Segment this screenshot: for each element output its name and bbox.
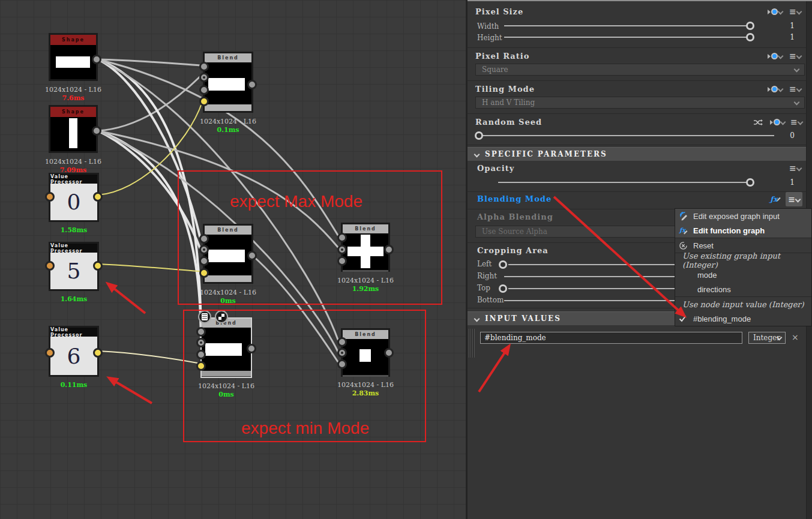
- crop-top-label: Top: [477, 284, 490, 292]
- menu-item-reset[interactable]: Reset: [675, 238, 811, 253]
- alpha-blending-title: Alpha Blending: [477, 212, 553, 221]
- expose-parameter-icon[interactable]: [768, 8, 783, 15]
- input-value-field[interactable]: [480, 332, 742, 344]
- node-graph-canvas[interactable]: Shape 1024x1024 - L16 7.6ms Shape 1024x1…: [0, 0, 466, 519]
- horizontal-bar-shape: [56, 56, 90, 68]
- menu-item-mode[interactable]: mode: [675, 268, 811, 282]
- blending-mode-title: Blending Mode: [477, 194, 552, 203]
- output-port[interactable]: [92, 55, 101, 64]
- menu-item-directions[interactable]: directions: [675, 282, 811, 296]
- expose-parameter-icon[interactable]: [768, 53, 783, 59]
- node-time: 0.11ms: [61, 381, 88, 389]
- node-time: 0.1ms: [217, 126, 239, 134]
- input-port[interactable]: [45, 348, 55, 358]
- node-footer: [205, 104, 251, 111]
- value-processor-node[interactable]: Value Processor 5 1.64ms: [49, 242, 99, 291]
- output-port[interactable]: [92, 126, 101, 136]
- input-port[interactable]: [45, 261, 55, 271]
- specific-parameters-header[interactable]: SPECIFIC PARAMETERS ≡: [468, 147, 806, 161]
- tiling-mode-title: Tiling Mode: [475, 85, 535, 94]
- random-seed-title: Random Seed: [475, 118, 542, 127]
- opacity-value: 1: [777, 178, 795, 187]
- node-preview: [50, 45, 96, 79]
- parameter-menu-icon[interactable]: ≡: [790, 119, 802, 125]
- input-port[interactable]: [199, 97, 209, 106]
- crop-top-handle[interactable]: [499, 284, 507, 293]
- input-port[interactable]: [199, 85, 209, 95]
- node-value: 5: [50, 253, 97, 289]
- parameter-menu-icon[interactable]: ≡: [789, 8, 801, 14]
- node-time: 1.58ms: [61, 226, 88, 234]
- menu-item-edit-function-graph[interactable]: ƒx Edit function graph: [675, 223, 811, 238]
- pixel-ratio-dropdown[interactable]: Square: [475, 64, 805, 76]
- remove-input-button[interactable]: ×: [792, 332, 799, 342]
- node-preview: [205, 62, 251, 104]
- input-port[interactable]: [199, 62, 209, 71]
- height-slider[interactable]: [504, 37, 750, 38]
- checkmark-icon: [675, 315, 693, 322]
- menu-header-existing-graph-input: Use existing graph input (Integer): [675, 253, 811, 268]
- crop-left-label: Left: [477, 260, 492, 268]
- cropping-area-title: Cropping Area: [477, 246, 549, 255]
- output-port[interactable]: [247, 80, 257, 89]
- input-port[interactable]: [199, 73, 209, 82]
- width-slider[interactable]: [504, 25, 750, 26]
- menu-item-blending-mode[interactable]: #blending_mode: [675, 311, 811, 326]
- node-time: 7.6ms: [62, 94, 85, 102]
- horizontal-bar-shape: [208, 78, 245, 91]
- input-type-select[interactable]: Integer: [748, 332, 786, 344]
- shape-node-horizontal[interactable]: Shape 1024x1024 - L16 7.6ms: [49, 33, 98, 81]
- app-window: Shape 1024x1024 - L16 7.6ms Shape 1024x1…: [0, 0, 812, 519]
- expose-parameter-icon[interactable]: [768, 86, 783, 92]
- parameter-menu-icon[interactable]: ≡: [789, 165, 801, 171]
- node-title: Value Processor: [50, 244, 97, 253]
- output-port[interactable]: [93, 261, 103, 271]
- node-preview: [50, 117, 96, 151]
- random-seed-slider[interactable]: [479, 135, 774, 136]
- random-seed-handle[interactable]: [475, 131, 483, 140]
- opacity-slider[interactable]: [498, 182, 750, 183]
- value-processor-node[interactable]: Value Processor 6 0.11ms: [49, 326, 99, 377]
- row-drag-grip[interactable]: [469, 329, 475, 358]
- width-slider-handle[interactable]: [746, 22, 754, 30]
- menu-item-edit-exposed[interactable]: Edit exposed graph input: [675, 209, 811, 223]
- shuffle-icon[interactable]: [753, 119, 763, 126]
- blending-mode-menu-button[interactable]: ≡: [786, 192, 802, 206]
- value-processor-node[interactable]: Value Processor 0 1.58ms: [49, 173, 99, 222]
- exposed-graph-icon: [675, 211, 693, 221]
- crop-left-handle[interactable]: [499, 260, 507, 269]
- height-label: Height: [477, 34, 502, 42]
- reset-icon: [675, 241, 693, 250]
- parameter-menu-icon[interactable]: ≡: [789, 86, 801, 92]
- opacity-title: Opacity: [477, 164, 514, 173]
- node-resolution: 1024x1024 - L16: [45, 158, 101, 166]
- random-seed-value: 0: [777, 131, 795, 140]
- width-value: 1: [777, 22, 795, 30]
- width-label: Width: [477, 22, 499, 31]
- height-slider-handle[interactable]: [746, 33, 754, 41]
- crop-bottom-label: Bottom: [477, 296, 504, 304]
- output-port[interactable]: [93, 348, 103, 358]
- annotation-min-label: expect min Mode: [241, 419, 369, 438]
- function-graph-icon: ƒx: [675, 226, 693, 235]
- shape-node-vertical[interactable]: Shape 1024x1024 - L16 7.09ms: [49, 105, 98, 153]
- node-title: Blend: [205, 53, 251, 62]
- blend-node[interactable]: Blend 1024x1024 - L16 0.1ms: [203, 52, 253, 113]
- node-value: 6: [50, 337, 97, 375]
- expose-parameter-icon[interactable]: [770, 119, 785, 125]
- pixel-ratio-title: Pixel Ratio: [475, 52, 529, 61]
- input-port[interactable]: [45, 192, 55, 202]
- tiling-mode-dropdown[interactable]: H and V Tiling: [475, 97, 805, 109]
- node-resolution: 1024x1024 - L16: [200, 118, 256, 125]
- node-time: 1.64ms: [61, 295, 88, 303]
- node-title: Value Processor: [50, 328, 97, 337]
- output-port[interactable]: [93, 192, 103, 202]
- parameter-menu-icon[interactable]: ≡: [789, 53, 801, 59]
- crop-right-label: Right: [477, 272, 497, 280]
- function-graph-icon[interactable]: ƒx: [769, 193, 782, 205]
- collapse-icon[interactable]: [474, 151, 480, 157]
- pixel-size-title: Pixel Size: [475, 7, 523, 16]
- opacity-slider-handle[interactable]: [746, 178, 754, 187]
- node-title: Shape: [50, 35, 96, 45]
- collapse-icon[interactable]: [474, 316, 480, 322]
